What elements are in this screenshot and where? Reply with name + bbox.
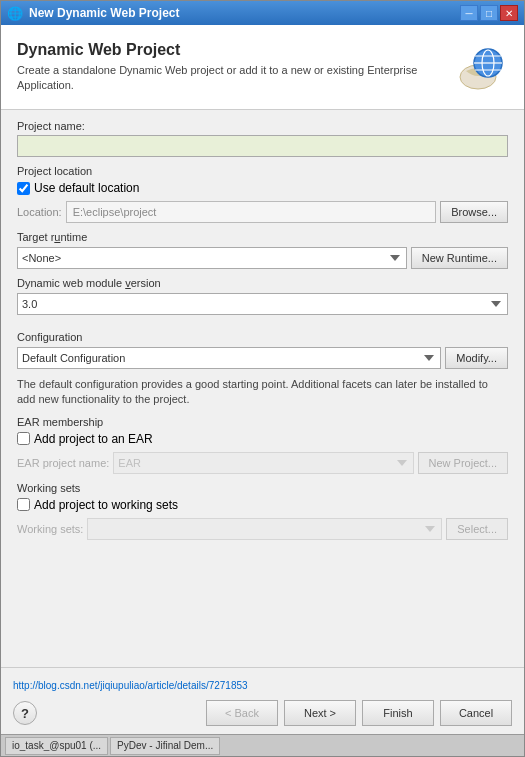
location-row: Location: Browse... xyxy=(17,201,508,223)
configuration-row: Default Configuration Modify... xyxy=(17,347,508,369)
add-to-working-sets-text: Add project to working sets xyxy=(34,498,178,512)
select-working-sets-button: Select... xyxy=(446,518,508,540)
working-sets-label: Working sets xyxy=(17,482,508,494)
header-text: Dynamic Web Project Create a standalone … xyxy=(17,41,448,94)
configuration-label-text: Configuration xyxy=(17,331,508,343)
dynamic-web-module-label: Dynamic web module version xyxy=(17,277,508,289)
target-runtime-row: <None> New Runtime... xyxy=(17,247,508,269)
working-sets-combo-row: Working sets: Select... xyxy=(17,518,508,540)
add-to-working-sets-row: Add project to working sets xyxy=(17,498,508,512)
browse-button[interactable]: Browse... xyxy=(440,201,508,223)
new-project-button: New Project... xyxy=(418,452,508,474)
add-to-ear-text: Add project to an EAR xyxy=(34,432,153,446)
help-button[interactable]: ? xyxy=(13,701,37,725)
close-button[interactable]: ✕ xyxy=(500,5,518,21)
project-location-section: Project location Use default location Lo… xyxy=(17,165,508,223)
dialog-title: Dynamic Web Project xyxy=(17,41,448,59)
working-sets-combo-label: Working sets: xyxy=(17,523,83,535)
add-to-ear-checkbox[interactable] xyxy=(17,432,30,445)
add-to-ear-row: Add project to an EAR xyxy=(17,432,508,446)
location-input xyxy=(66,201,436,223)
working-sets-select xyxy=(87,518,442,540)
ear-membership-label: EAR membership xyxy=(17,416,508,428)
project-name-label: Project name: xyxy=(17,120,508,132)
project-location-label: Project location xyxy=(17,165,508,177)
project-name-input[interactable] xyxy=(17,135,508,157)
next-button[interactable]: Next > xyxy=(284,700,356,726)
dialog-description: Create a standalone Dynamic Web project … xyxy=(17,63,448,94)
configuration-description: The default configuration provides a goo… xyxy=(17,377,508,408)
dynamic-web-module-section: Dynamic web module version 3.0 xyxy=(17,277,508,323)
main-window: 🌐 New Dynamic Web Project ─ □ ✕ Dynamic … xyxy=(0,0,525,757)
dynamic-web-module-select[interactable]: 3.0 xyxy=(17,293,508,315)
new-runtime-button[interactable]: New Runtime... xyxy=(411,247,508,269)
maximize-button[interactable]: □ xyxy=(480,5,498,21)
configuration-section: Configuration Default Configuration Modi… xyxy=(17,331,508,408)
working-sets-section: Working sets Add project to working sets… xyxy=(17,482,508,540)
ear-membership-section: EAR membership Add project to an EAR EAR… xyxy=(17,416,508,474)
modify-button[interactable]: Modify... xyxy=(445,347,508,369)
title-bar-left: 🌐 New Dynamic Web Project xyxy=(7,6,180,21)
location-label-text: Location: xyxy=(17,206,62,218)
taskbar-item-1[interactable]: io_task_@spu01 (... xyxy=(5,737,108,755)
back-button[interactable]: < Back xyxy=(206,700,278,726)
target-runtime-label: Target runtime xyxy=(17,231,508,243)
ear-name-label-text: EAR project name: xyxy=(17,457,109,469)
configuration-select[interactable]: Default Configuration xyxy=(17,347,441,369)
cancel-button[interactable]: Cancel xyxy=(440,700,512,726)
use-default-location-checkbox[interactable] xyxy=(17,182,30,195)
footer-section: http://blog.csdn.net/jiqiupuliao/article… xyxy=(1,667,524,734)
use-default-location-text: Use default location xyxy=(34,181,139,195)
taskbar-item-2[interactable]: PyDev - Jifinal Dem... xyxy=(110,737,220,755)
header-section: Dynamic Web Project Create a standalone … xyxy=(1,25,524,110)
title-bar-buttons: ─ □ ✕ xyxy=(460,5,518,21)
window-title: New Dynamic Web Project xyxy=(29,6,180,20)
target-runtime-select[interactable]: <None> xyxy=(17,247,407,269)
title-bar: 🌐 New Dynamic Web Project ─ □ ✕ xyxy=(1,1,524,25)
taskbar: io_task_@spu01 (... PyDev - Jifinal Dem.… xyxy=(1,734,524,756)
project-name-row: Project name: xyxy=(17,120,508,157)
status-url: http://blog.csdn.net/jiqiupuliao/article… xyxy=(13,680,248,691)
footer-buttons: ? < Back Next > Finish Cancel xyxy=(13,700,512,726)
target-runtime-section: Target runtime <None> New Runtime... xyxy=(17,231,508,269)
ear-name-row: EAR project name: EAR New Project... xyxy=(17,452,508,474)
status-bar: http://blog.csdn.net/jiqiupuliao/article… xyxy=(13,676,512,694)
finish-button[interactable]: Finish xyxy=(362,700,434,726)
ear-name-select: EAR xyxy=(113,452,413,474)
add-to-working-sets-checkbox[interactable] xyxy=(17,498,30,511)
minimize-button[interactable]: ─ xyxy=(460,5,478,21)
header-icon xyxy=(448,37,508,97)
window-icon: 🌐 xyxy=(7,6,23,21)
form-area: Project name: Project location Use defau… xyxy=(1,110,524,667)
use-default-location-row: Use default location xyxy=(17,181,508,195)
